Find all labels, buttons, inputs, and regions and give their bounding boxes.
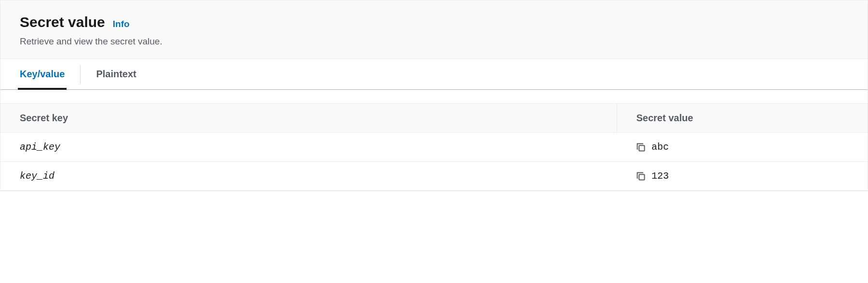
svg-rect-1: [639, 174, 644, 180]
secret-value-text: 123: [651, 170, 669, 182]
panel-title-row: Secret value Info: [20, 14, 848, 30]
column-header-key: Secret key: [0, 104, 617, 133]
panel-header: Secret value Info Retrieve and view the …: [0, 0, 868, 59]
info-link[interactable]: Info: [113, 19, 130, 29]
secret-value-cell: abc: [617, 133, 868, 162]
tabs: Key/value Plaintext: [0, 59, 868, 90]
secret-value-panel: Secret value Info Retrieve and view the …: [0, 0, 868, 191]
secrets-table: Secret key Secret value api_key: [0, 103, 868, 191]
panel-title: Secret value: [20, 14, 105, 30]
table-container: Secret key Secret value api_key: [0, 90, 868, 191]
secret-key-cell: key_id: [0, 162, 617, 191]
table-header-row: Secret key Secret value: [0, 104, 868, 133]
value-wrap: 123: [636, 170, 848, 182]
tab-divider: [80, 65, 81, 84]
copy-icon[interactable]: [636, 142, 646, 152]
table-row: key_id 123: [0, 162, 868, 191]
tab-keyvalue[interactable]: Key/value: [20, 59, 65, 89]
secret-key-cell: api_key: [0, 133, 617, 162]
panel-description: Retrieve and view the secret value.: [20, 36, 848, 47]
column-header-value: Secret value: [617, 104, 868, 133]
value-wrap: abc: [636, 142, 848, 153]
tab-plaintext[interactable]: Plaintext: [96, 59, 136, 89]
svg-rect-0: [639, 145, 644, 151]
copy-icon[interactable]: [636, 171, 646, 181]
table-row: api_key abc: [0, 133, 868, 162]
secret-value-cell: 123: [617, 162, 868, 191]
secret-value-text: abc: [651, 142, 669, 153]
